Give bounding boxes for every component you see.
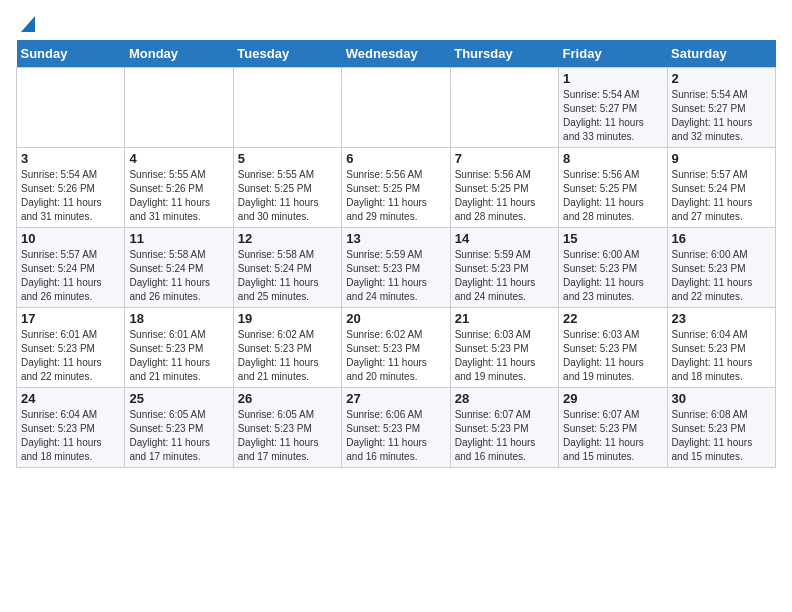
- day-number: 6: [346, 151, 445, 166]
- day-number: 3: [21, 151, 120, 166]
- day-info: Sunrise: 6:07 AM Sunset: 5:23 PM Dayligh…: [455, 408, 554, 464]
- calendar-cell: 24Sunrise: 6:04 AM Sunset: 5:23 PM Dayli…: [17, 388, 125, 468]
- day-info: Sunrise: 5:56 AM Sunset: 5:25 PM Dayligh…: [455, 168, 554, 224]
- day-number: 7: [455, 151, 554, 166]
- day-number: 5: [238, 151, 337, 166]
- day-info: Sunrise: 6:02 AM Sunset: 5:23 PM Dayligh…: [238, 328, 337, 384]
- day-number: 11: [129, 231, 228, 246]
- calendar-cell: 16Sunrise: 6:00 AM Sunset: 5:23 PM Dayli…: [667, 228, 775, 308]
- day-info: Sunrise: 6:05 AM Sunset: 5:23 PM Dayligh…: [238, 408, 337, 464]
- calendar-cell: 19Sunrise: 6:02 AM Sunset: 5:23 PM Dayli…: [233, 308, 341, 388]
- day-number: 17: [21, 311, 120, 326]
- day-info: Sunrise: 6:01 AM Sunset: 5:23 PM Dayligh…: [129, 328, 228, 384]
- calendar-cell: 29Sunrise: 6:07 AM Sunset: 5:23 PM Dayli…: [559, 388, 667, 468]
- day-number: 4: [129, 151, 228, 166]
- weekday-header: Friday: [559, 40, 667, 68]
- day-number: 20: [346, 311, 445, 326]
- day-number: 26: [238, 391, 337, 406]
- day-number: 27: [346, 391, 445, 406]
- calendar-cell: 30Sunrise: 6:08 AM Sunset: 5:23 PM Dayli…: [667, 388, 775, 468]
- day-number: 24: [21, 391, 120, 406]
- day-info: Sunrise: 5:54 AM Sunset: 5:27 PM Dayligh…: [563, 88, 662, 144]
- calendar-cell: 8Sunrise: 5:56 AM Sunset: 5:25 PM Daylig…: [559, 148, 667, 228]
- day-info: Sunrise: 5:57 AM Sunset: 5:24 PM Dayligh…: [672, 168, 771, 224]
- day-info: Sunrise: 6:07 AM Sunset: 5:23 PM Dayligh…: [563, 408, 662, 464]
- day-info: Sunrise: 5:56 AM Sunset: 5:25 PM Dayligh…: [346, 168, 445, 224]
- calendar-cell: 23Sunrise: 6:04 AM Sunset: 5:23 PM Dayli…: [667, 308, 775, 388]
- day-info: Sunrise: 5:55 AM Sunset: 5:25 PM Dayligh…: [238, 168, 337, 224]
- page-header: [16, 16, 776, 30]
- day-number: 15: [563, 231, 662, 246]
- day-info: Sunrise: 6:05 AM Sunset: 5:23 PM Dayligh…: [129, 408, 228, 464]
- day-number: 9: [672, 151, 771, 166]
- calendar-cell: 28Sunrise: 6:07 AM Sunset: 5:23 PM Dayli…: [450, 388, 558, 468]
- calendar-cell: 20Sunrise: 6:02 AM Sunset: 5:23 PM Dayli…: [342, 308, 450, 388]
- day-number: 25: [129, 391, 228, 406]
- day-info: Sunrise: 6:00 AM Sunset: 5:23 PM Dayligh…: [563, 248, 662, 304]
- day-info: Sunrise: 6:08 AM Sunset: 5:23 PM Dayligh…: [672, 408, 771, 464]
- day-number: 13: [346, 231, 445, 246]
- day-info: Sunrise: 6:03 AM Sunset: 5:23 PM Dayligh…: [455, 328, 554, 384]
- day-info: Sunrise: 5:54 AM Sunset: 5:26 PM Dayligh…: [21, 168, 120, 224]
- calendar-cell: 17Sunrise: 6:01 AM Sunset: 5:23 PM Dayli…: [17, 308, 125, 388]
- logo-triangle-icon: [17, 16, 35, 34]
- calendar-cell: 7Sunrise: 5:56 AM Sunset: 5:25 PM Daylig…: [450, 148, 558, 228]
- day-number: 23: [672, 311, 771, 326]
- day-info: Sunrise: 5:59 AM Sunset: 5:23 PM Dayligh…: [346, 248, 445, 304]
- calendar-cell: 27Sunrise: 6:06 AM Sunset: 5:23 PM Dayli…: [342, 388, 450, 468]
- day-number: 16: [672, 231, 771, 246]
- calendar-cell: [125, 68, 233, 148]
- weekday-header: Monday: [125, 40, 233, 68]
- day-number: 8: [563, 151, 662, 166]
- calendar-cell: 18Sunrise: 6:01 AM Sunset: 5:23 PM Dayli…: [125, 308, 233, 388]
- calendar-cell: [450, 68, 558, 148]
- calendar-cell: 13Sunrise: 5:59 AM Sunset: 5:23 PM Dayli…: [342, 228, 450, 308]
- day-number: 18: [129, 311, 228, 326]
- day-info: Sunrise: 5:58 AM Sunset: 5:24 PM Dayligh…: [129, 248, 228, 304]
- calendar-cell: 25Sunrise: 6:05 AM Sunset: 5:23 PM Dayli…: [125, 388, 233, 468]
- logo: [16, 16, 36, 30]
- calendar-cell: 14Sunrise: 5:59 AM Sunset: 5:23 PM Dayli…: [450, 228, 558, 308]
- day-info: Sunrise: 6:06 AM Sunset: 5:23 PM Dayligh…: [346, 408, 445, 464]
- calendar-cell: 3Sunrise: 5:54 AM Sunset: 5:26 PM Daylig…: [17, 148, 125, 228]
- weekday-header: Tuesday: [233, 40, 341, 68]
- calendar-cell: [233, 68, 341, 148]
- day-info: Sunrise: 5:58 AM Sunset: 5:24 PM Dayligh…: [238, 248, 337, 304]
- calendar-table: SundayMondayTuesdayWednesdayThursdayFrid…: [16, 40, 776, 468]
- calendar-cell: [342, 68, 450, 148]
- weekday-header: Thursday: [450, 40, 558, 68]
- day-number: 2: [672, 71, 771, 86]
- weekday-header: Saturday: [667, 40, 775, 68]
- calendar-cell: 21Sunrise: 6:03 AM Sunset: 5:23 PM Dayli…: [450, 308, 558, 388]
- calendar-cell: 9Sunrise: 5:57 AM Sunset: 5:24 PM Daylig…: [667, 148, 775, 228]
- calendar-cell: 2Sunrise: 5:54 AM Sunset: 5:27 PM Daylig…: [667, 68, 775, 148]
- calendar-cell: 15Sunrise: 6:00 AM Sunset: 5:23 PM Dayli…: [559, 228, 667, 308]
- day-info: Sunrise: 5:59 AM Sunset: 5:23 PM Dayligh…: [455, 248, 554, 304]
- day-number: 21: [455, 311, 554, 326]
- day-info: Sunrise: 6:03 AM Sunset: 5:23 PM Dayligh…: [563, 328, 662, 384]
- day-number: 14: [455, 231, 554, 246]
- day-info: Sunrise: 6:04 AM Sunset: 5:23 PM Dayligh…: [672, 328, 771, 384]
- day-number: 10: [21, 231, 120, 246]
- day-info: Sunrise: 6:02 AM Sunset: 5:23 PM Dayligh…: [346, 328, 445, 384]
- day-number: 28: [455, 391, 554, 406]
- day-info: Sunrise: 6:00 AM Sunset: 5:23 PM Dayligh…: [672, 248, 771, 304]
- day-number: 29: [563, 391, 662, 406]
- day-number: 1: [563, 71, 662, 86]
- day-info: Sunrise: 5:57 AM Sunset: 5:24 PM Dayligh…: [21, 248, 120, 304]
- calendar-cell: 4Sunrise: 5:55 AM Sunset: 5:26 PM Daylig…: [125, 148, 233, 228]
- day-info: Sunrise: 5:54 AM Sunset: 5:27 PM Dayligh…: [672, 88, 771, 144]
- day-number: 22: [563, 311, 662, 326]
- day-info: Sunrise: 5:56 AM Sunset: 5:25 PM Dayligh…: [563, 168, 662, 224]
- calendar-cell: 1Sunrise: 5:54 AM Sunset: 5:27 PM Daylig…: [559, 68, 667, 148]
- calendar-cell: 12Sunrise: 5:58 AM Sunset: 5:24 PM Dayli…: [233, 228, 341, 308]
- day-info: Sunrise: 5:55 AM Sunset: 5:26 PM Dayligh…: [129, 168, 228, 224]
- calendar-cell: 11Sunrise: 5:58 AM Sunset: 5:24 PM Dayli…: [125, 228, 233, 308]
- weekday-header: Sunday: [17, 40, 125, 68]
- calendar-cell: [17, 68, 125, 148]
- calendar-cell: 10Sunrise: 5:57 AM Sunset: 5:24 PM Dayli…: [17, 228, 125, 308]
- calendar-cell: 6Sunrise: 5:56 AM Sunset: 5:25 PM Daylig…: [342, 148, 450, 228]
- svg-marker-0: [21, 16, 35, 32]
- day-number: 12: [238, 231, 337, 246]
- calendar-cell: 5Sunrise: 5:55 AM Sunset: 5:25 PM Daylig…: [233, 148, 341, 228]
